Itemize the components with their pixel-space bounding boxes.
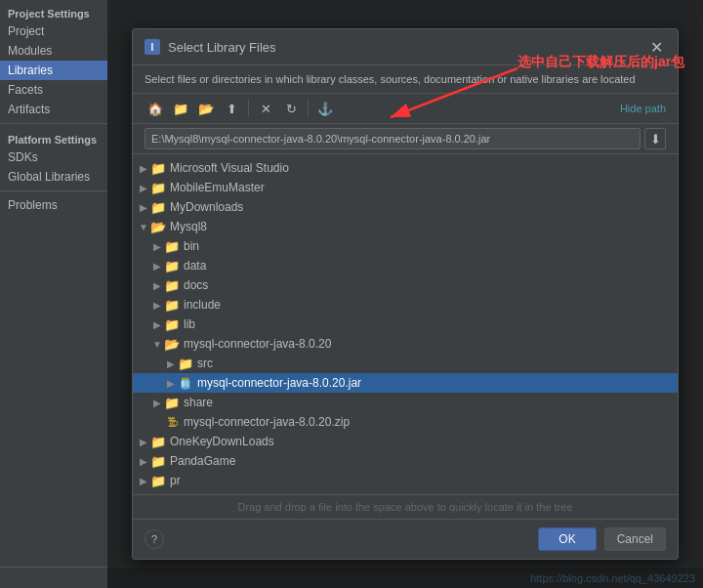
home-button[interactable]: 🏠 xyxy=(145,98,166,119)
select-library-dialog: I Select Library Files ✕ Select files or… xyxy=(132,28,679,560)
hide-path-link[interactable]: Hide path xyxy=(620,103,666,114)
tree-label-mysql-connector-jar: mysql-connector-java-8.0.20.jar xyxy=(197,376,361,390)
tree-arrow-jar[interactable] xyxy=(164,376,178,390)
cancel-button[interactable]: Cancel xyxy=(604,527,666,551)
tree-label-mydownloads: MyDownloads xyxy=(170,200,243,214)
tree-label-lib: lib xyxy=(184,317,195,331)
tree-arrow-mobileemu[interactable] xyxy=(137,181,150,194)
path-browse-button[interactable]: ⬇ xyxy=(644,128,666,149)
folder-icon-microsoft: 📁 xyxy=(150,160,166,176)
tree-label-mysql8: Mysql8 xyxy=(170,220,207,233)
sidebar-item-libraries[interactable]: Libraries xyxy=(0,61,107,80)
tree-item-mysql8[interactable]: 📂 Mysql8 xyxy=(133,217,678,236)
tree-arrow-lib[interactable] xyxy=(150,317,164,331)
tree-item-mysql-connector-zip[interactable]: 🗜 mysql-connector-java-8.0.20.zip xyxy=(133,412,678,432)
ok-button[interactable]: OK xyxy=(538,527,596,551)
modal-overlay: I Select Library Files ✕ Select files or… xyxy=(107,0,703,588)
drag-hint: Drag and drop a file into the space abov… xyxy=(133,494,678,519)
file-tree[interactable]: 📁 Microsoft Visual Studio 📁 MobileEmuMas… xyxy=(133,154,678,494)
tree-item-mobileemu[interactable]: 📁 MobileEmuMaster xyxy=(133,178,678,197)
folder-icon-src: 📁 xyxy=(178,356,193,371)
folder-button[interactable]: 📁 xyxy=(170,98,191,119)
sidebar-item-sdks[interactable]: SDKs xyxy=(0,147,107,167)
help-button[interactable]: ? xyxy=(145,529,164,549)
sidebar-item-facets[interactable]: Facets xyxy=(0,80,107,100)
tree-arrow-pr[interactable] xyxy=(137,474,150,487)
tree-arrow-mysql8[interactable] xyxy=(137,220,150,233)
tree-arrow-src[interactable] xyxy=(164,357,178,370)
folder-icon-include: 📁 xyxy=(164,297,180,313)
dialog-title-text: Select Library Files xyxy=(168,40,276,55)
tree-arrow-data[interactable] xyxy=(150,259,164,273)
tree-item-data[interactable]: 📁 data xyxy=(133,256,678,275)
tree-item-microsoft[interactable]: 📁 Microsoft Visual Studio xyxy=(133,158,678,178)
tree-label-bin: bin xyxy=(184,239,199,253)
folder-up-button[interactable]: ⬆ xyxy=(221,98,242,119)
folder-icon-pandagame: 📁 xyxy=(150,453,166,469)
zip-file-icon: 🗜 xyxy=(164,414,180,430)
platform-settings-title: Platform Settings xyxy=(0,128,107,147)
tree-label-mobileemu: MobileEmuMaster xyxy=(170,181,265,194)
dialog-footer: ? OK Cancel xyxy=(133,519,678,559)
dialog-icon: I xyxy=(145,39,160,55)
sidebar-item-problems[interactable]: Problems xyxy=(0,195,107,215)
tree-item-lib[interactable]: 📁 lib xyxy=(133,315,678,334)
sidebar-divider-2 xyxy=(0,190,107,191)
dialog-titlebar: I Select Library Files ✕ xyxy=(133,29,678,65)
tree-item-mysql-connector-jar[interactable]: 🫙 mysql-connector-java-8.0.20.jar xyxy=(133,373,678,393)
close-button[interactable]: ✕ xyxy=(646,37,666,57)
tree-item-include[interactable]: 📁 include xyxy=(133,295,678,315)
tree-item-mydownloads[interactable]: 📁 MyDownloads xyxy=(133,197,678,217)
tree-label-share: share xyxy=(184,396,213,409)
sidebar-item-artifacts[interactable]: Artifacts xyxy=(0,100,107,119)
sidebar-item-project[interactable]: Project xyxy=(0,21,107,41)
new-folder-button[interactable]: 📂 xyxy=(195,98,217,119)
tree-arrow-mydownloads[interactable] xyxy=(137,200,150,214)
link-button[interactable]: ⚓ xyxy=(314,98,336,119)
tree-label-pandagame: PandaGame xyxy=(170,454,235,468)
tree-item-mysql-connector-folder[interactable]: 📂 mysql-connector-java-8.0.20 xyxy=(133,334,678,354)
tree-item-pr[interactable]: 📁 pr xyxy=(133,471,678,490)
tree-arrow-zip xyxy=(150,415,164,429)
tree-arrow-pandagame[interactable] xyxy=(137,454,150,468)
tree-arrow-docs[interactable] xyxy=(150,278,164,292)
tree-label-src: src xyxy=(197,357,213,370)
tree-arrow-bin[interactable] xyxy=(150,239,164,253)
folder-icon-mobileemu: 📁 xyxy=(150,180,166,195)
folder-icon-pr: 📁 xyxy=(150,473,166,488)
tree-item-onekeydownloads[interactable]: 📁 OneKeyDownLoads xyxy=(133,432,678,451)
sidebar-divider xyxy=(0,123,107,124)
tree-arrow-onekeydownloads[interactable] xyxy=(137,435,150,448)
tree-arrow-mysql-connector-folder[interactable] xyxy=(150,337,164,351)
tree-label-pr: pr xyxy=(170,474,181,487)
dialog-toolbar: 🏠 📁 📂 ⬆ ✕ ↻ ⚓ Hide path xyxy=(133,94,678,124)
tree-arrow-include[interactable] xyxy=(150,298,164,312)
toolbar-separator-1 xyxy=(248,100,249,117)
tree-item-bin[interactable]: 📁 bin xyxy=(133,236,678,256)
sidebar-item-modules[interactable]: Modules xyxy=(0,41,107,61)
path-input[interactable] xyxy=(145,128,641,149)
folder-icon-data: 📁 xyxy=(164,258,180,273)
delete-button[interactable]: ✕ xyxy=(255,98,276,119)
tree-arrow-share[interactable] xyxy=(150,396,164,409)
tree-item-share[interactable]: 📁 share xyxy=(133,393,678,412)
folder-icon-lib: 📁 xyxy=(164,316,180,332)
tree-item-src[interactable]: 📁 src xyxy=(133,354,678,373)
folder-icon-bin: 📁 xyxy=(164,238,180,254)
folder-icon-onekeydownloads: 📁 xyxy=(150,434,166,449)
toolbar-separator-2 xyxy=(308,100,309,117)
refresh-button[interactable]: ↻ xyxy=(280,98,302,119)
sidebar-title: Project Settings xyxy=(0,4,107,21)
tree-label-data: data xyxy=(184,259,206,273)
tree-label-onekeydownloads: OneKeyDownLoads xyxy=(170,435,274,448)
folder-icon-mydownloads: 📁 xyxy=(150,199,166,215)
main-area: I Select Library Files ✕ Select files or… xyxy=(107,0,703,588)
sidebar-item-global-libraries[interactable]: Global Libraries xyxy=(0,167,107,187)
tree-item-pandagame[interactable]: 📁 PandaGame xyxy=(133,451,678,471)
tree-label-mysql-connector-folder: mysql-connector-java-8.0.20 xyxy=(184,337,331,351)
folder-icon-docs: 📁 xyxy=(164,277,180,293)
jar-file-icon: 🫙 xyxy=(178,375,193,391)
dialog-description: Select files or directories in which lib… xyxy=(133,65,678,94)
tree-item-docs[interactable]: 📁 docs xyxy=(133,275,678,295)
tree-arrow-microsoft[interactable] xyxy=(137,161,150,175)
